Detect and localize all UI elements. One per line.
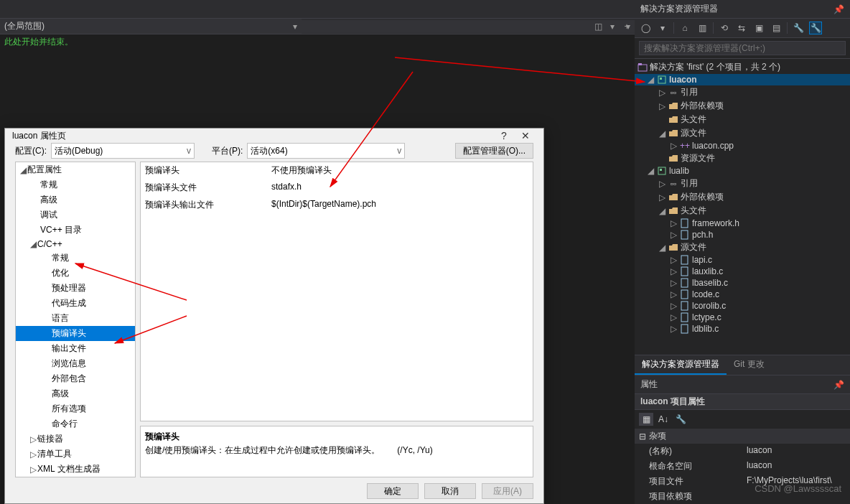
c-icon bbox=[680, 266, 690, 276]
file-c[interactable]: ▷ldblib.c bbox=[635, 323, 850, 335]
wrench-icon[interactable]: 🔧 bbox=[673, 413, 688, 426]
close-button[interactable]: ✕ bbox=[515, 129, 536, 143]
props-grid[interactable]: ⊟杂项 (名称)luacon 根命名空间luacon 项目文件F:\MyProj… bbox=[635, 429, 850, 504]
props-row[interactable]: 项目依赖项 bbox=[635, 489, 850, 504]
tree-item[interactable]: ▷清单工具 bbox=[16, 447, 135, 462]
scope-dropdown[interactable]: (全局范围) ▾ bbox=[0, 19, 302, 34]
properties-icon[interactable]: 🔧 bbox=[792, 22, 805, 34]
help-button[interactable]: ? bbox=[493, 129, 515, 143]
tree-item[interactable]: 语言 bbox=[16, 311, 135, 326]
file-c[interactable]: ▷lcode.c bbox=[635, 289, 850, 300]
se-headers[interactable]: 头文件 bbox=[635, 113, 850, 126]
properties-object[interactable]: luacon 项目属性 bbox=[635, 394, 850, 410]
tree-item[interactable]: 外部包含 bbox=[16, 371, 135, 386]
tree-item[interactable]: ▷XML 文档生成器 bbox=[16, 462, 135, 477]
se-headers[interactable]: ◢头文件 bbox=[635, 204, 850, 218]
tree-item[interactable]: VC++ 目录 bbox=[16, 223, 135, 238]
se-ext[interactable]: ▷外部依赖项 bbox=[635, 99, 850, 113]
pin-icon[interactable]: 📌 bbox=[833, 380, 844, 390]
svg-rect-1 bbox=[638, 63, 642, 65]
tree-root[interactable]: ◢配置属性 bbox=[16, 162, 135, 177]
prop-row[interactable]: 预编译头 不使用预编译头 bbox=[141, 162, 533, 179]
se-refs[interactable]: ▷▫▫引用 bbox=[635, 177, 850, 190]
sort-icon[interactable]: A↓ bbox=[656, 413, 671, 426]
project-icon bbox=[657, 166, 667, 176]
forward-icon[interactable]: ▾ bbox=[656, 22, 669, 34]
back-icon[interactable]: ◯ bbox=[639, 22, 652, 34]
category-tree[interactable]: ◢配置属性 常规 高级 调试 VC++ 目录 ◢C/C++ 常规 优化 预处理器… bbox=[15, 162, 136, 477]
tree-item[interactable]: 预处理器 bbox=[16, 281, 135, 296]
project-lualib[interactable]: ◢lualib bbox=[635, 165, 850, 177]
tree-item[interactable]: 优化 bbox=[16, 266, 135, 281]
file-c[interactable]: ▷lcorolib.c bbox=[635, 300, 850, 312]
plus-icon[interactable]: + bbox=[620, 20, 633, 33]
tree-item[interactable]: 浏览信息 bbox=[16, 356, 135, 371]
property-grid[interactable]: 预编译头 不使用预编译头 预编译头文件 stdafx.h 预编译头输出文件 $(… bbox=[140, 162, 533, 421]
tab-solution-explorer[interactable]: 解决方案资源管理器 bbox=[635, 355, 727, 375]
search-input[interactable] bbox=[639, 41, 846, 55]
file-c[interactable]: ▷lbaselib.c bbox=[635, 277, 850, 289]
tree-item[interactable]: 高级 bbox=[16, 386, 135, 401]
tab-git-changes[interactable]: Git 更改 bbox=[727, 355, 772, 375]
cancel-button[interactable]: 取消 bbox=[424, 483, 476, 499]
file-c[interactable]: ▷lctype.c bbox=[635, 312, 850, 323]
switch-view-icon[interactable]: ▥ bbox=[696, 22, 709, 34]
tree-item[interactable]: 命令行 bbox=[16, 416, 135, 431]
prop-value[interactable]: $(IntDir)$(TargetName).pch bbox=[267, 197, 533, 213]
solution-node[interactable]: 解决方案 'first' (2 个项目，共 2 个) bbox=[635, 60, 850, 74]
svg-rect-3 bbox=[660, 78, 662, 80]
scope-bar: (全局范围) ▾ ▾ bbox=[0, 19, 635, 34]
apply-button[interactable]: 应用(A) bbox=[482, 483, 533, 499]
file-luacon-cpp[interactable]: ▷++luacon.cpp bbox=[635, 140, 850, 151]
tree-item[interactable]: 输出文件 bbox=[16, 341, 135, 356]
tree-item[interactable]: 常规 bbox=[16, 251, 135, 266]
props-row[interactable]: 根命名空间luacon bbox=[635, 459, 850, 474]
prop-row[interactable]: 预编译头文件 stdafx.h bbox=[141, 179, 533, 197]
tree-item[interactable]: 常规 bbox=[16, 177, 135, 192]
se-toolbar: ◯ ▾ ⌂ ▥ ⟲ ⇆ ▣ ▤ 🔧 🔧 bbox=[635, 19, 850, 38]
file-h[interactable]: ▷framework.h bbox=[635, 218, 850, 229]
dialog-buttons: 确定 取消 应用(A) bbox=[5, 477, 543, 504]
config-manager-button[interactable]: 配置管理器(O)... bbox=[455, 143, 533, 159]
tree-item[interactable]: 调试 bbox=[16, 207, 135, 223]
home-icon[interactable]: ⌂ bbox=[678, 22, 691, 34]
tree-cpp[interactable]: ◢C/C++ bbox=[16, 238, 135, 251]
se-ext[interactable]: ▷外部依赖项 bbox=[635, 190, 850, 204]
solution-tree[interactable]: 解决方案 'first' (2 个项目，共 2 个) ◢luacon ▷▫▫引用… bbox=[635, 59, 850, 355]
svg-rect-0 bbox=[638, 65, 647, 71]
se-refs[interactable]: ▷▫▫引用 bbox=[635, 85, 850, 99]
platform-dropdown[interactable]: 活动(x64)v bbox=[247, 143, 405, 159]
tree-item[interactable]: 高级 bbox=[16, 192, 135, 207]
tree-item-selected[interactable]: 预编译头 bbox=[16, 326, 135, 341]
svg-rect-7 bbox=[681, 230, 688, 239]
split-h-icon[interactable]: ◫ bbox=[592, 20, 604, 33]
prop-value[interactable]: stdafx.h bbox=[267, 179, 533, 196]
sync-icon[interactable]: ⇆ bbox=[735, 22, 748, 34]
categorize-icon[interactable]: ▦ bbox=[639, 413, 653, 426]
member-dropdown[interactable]: ▾ bbox=[302, 20, 635, 33]
tree-item[interactable]: ▷链接器 bbox=[16, 431, 135, 447]
collapse-icon[interactable]: ▣ bbox=[752, 22, 765, 34]
chevron-down-icon[interactable]: ▾ bbox=[606, 20, 619, 33]
props-category[interactable]: ⊟杂项 bbox=[635, 429, 850, 444]
wrench-icon[interactable]: 🔧 bbox=[809, 22, 822, 34]
show-all-icon[interactable]: ▤ bbox=[770, 22, 783, 34]
tree-item[interactable]: 代码生成 bbox=[16, 296, 135, 311]
se-sources[interactable]: ◢源文件 bbox=[635, 241, 850, 254]
file-c[interactable]: ▷lauxlib.c bbox=[635, 266, 850, 277]
props-row[interactable]: 项目文件F:\MyProjects\lua\first\ bbox=[635, 474, 850, 489]
tree-item[interactable]: 所有选项 bbox=[16, 401, 135, 416]
config-dropdown[interactable]: 活动(Debug)v bbox=[51, 143, 195, 159]
file-h[interactable]: ▷pch.h bbox=[635, 229, 850, 241]
prop-value[interactable]: 不使用预编译头 bbox=[267, 162, 533, 179]
project-luacon[interactable]: ◢luacon bbox=[635, 74, 850, 85]
ok-button[interactable]: 确定 bbox=[367, 483, 419, 499]
prop-row[interactable]: 预编译头输出文件 $(IntDir)$(TargetName).pch bbox=[141, 197, 533, 214]
se-sources[interactable]: ◢源文件 bbox=[635, 126, 850, 140]
se-res[interactable]: 资源文件 bbox=[635, 151, 850, 165]
pin-icon[interactable]: 📌 bbox=[833, 4, 844, 14]
file-c[interactable]: ▷lapi.c bbox=[635, 254, 850, 266]
refresh-icon[interactable]: ⟲ bbox=[718, 22, 731, 34]
code-placeholder: 此处开始并结束。 bbox=[0, 34, 635, 50]
props-row[interactable]: (名称)luacon bbox=[635, 444, 850, 459]
